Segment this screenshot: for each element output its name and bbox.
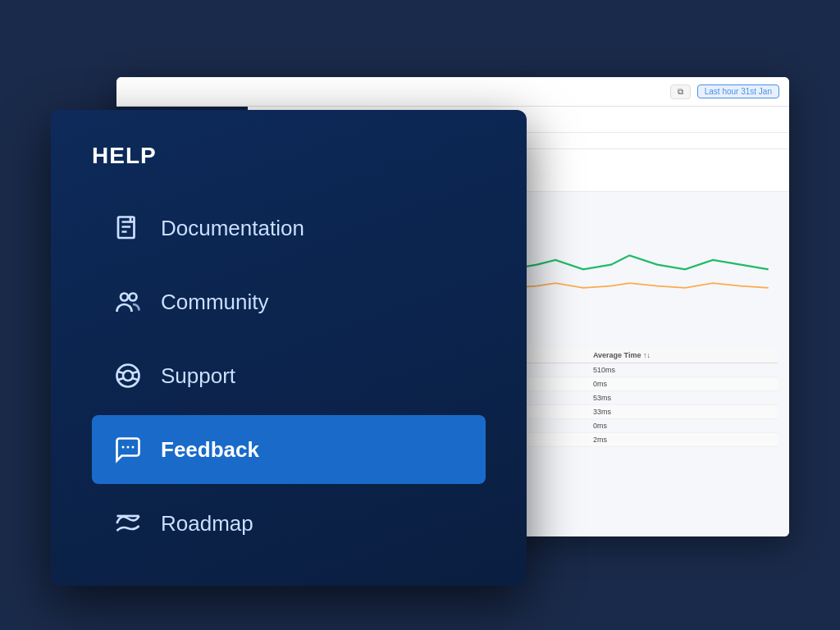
svg-line-6: [132, 372, 139, 373]
copy-button[interactable]: ⧉: [670, 84, 691, 99]
svg-point-10: [127, 446, 130, 449]
svg-line-8: [132, 378, 139, 380]
support-popup-label: Support: [161, 363, 235, 389]
svg-point-2: [130, 294, 137, 301]
roadmap-popup-label: Roadmap: [161, 511, 253, 536]
col-avg-time: Average Time ↑↓: [587, 348, 778, 363]
documentation-label: Documentation: [161, 216, 304, 241]
feedback-popup-icon: [112, 433, 144, 466]
svg-point-9: [122, 446, 125, 449]
help-feedback-item[interactable]: Feedback: [92, 415, 486, 484]
help-popup: HELP Documentation C: [51, 110, 527, 586]
avg-time-cell: 510ms: [587, 363, 778, 377]
dashboard-topbar: ⧉ Last hour 31st Jan: [116, 77, 789, 107]
avg-time-cell: 0ms: [587, 419, 778, 433]
help-roadmap-item[interactable]: Roadmap: [92, 489, 486, 558]
feedback-popup-label: Feedback: [161, 437, 259, 463]
community-popup-label: Community: [161, 290, 268, 315]
help-documentation-item[interactable]: Documentation: [92, 194, 486, 262]
help-community-item[interactable]: Community: [92, 267, 486, 336]
time-range-button[interactable]: Last hour 31st Jan: [697, 84, 779, 98]
svg-point-4: [123, 371, 133, 381]
support-popup-icon: [112, 359, 144, 392]
documentation-icon: [112, 212, 144, 244]
svg-line-5: [117, 372, 124, 373]
svg-point-3: [117, 365, 139, 387]
community-popup-icon: [112, 285, 144, 318]
svg-point-1: [121, 294, 128, 301]
svg-point-11: [132, 446, 135, 449]
avg-time-cell: 53ms: [587, 391, 778, 405]
popup-title: HELP: [92, 143, 486, 169]
avg-time-cell: 0ms: [587, 377, 778, 391]
screenshot-container: ⧉ Last hour 31st Jan 🐟 DB marlin Premium…: [51, 61, 789, 569]
help-support-item[interactable]: Support: [92, 341, 486, 410]
avg-time-cell: 33ms: [587, 405, 778, 419]
avg-time-cell: 2ms: [587, 433, 778, 447]
roadmap-popup-icon: [112, 507, 144, 540]
svg-line-7: [117, 378, 124, 380]
